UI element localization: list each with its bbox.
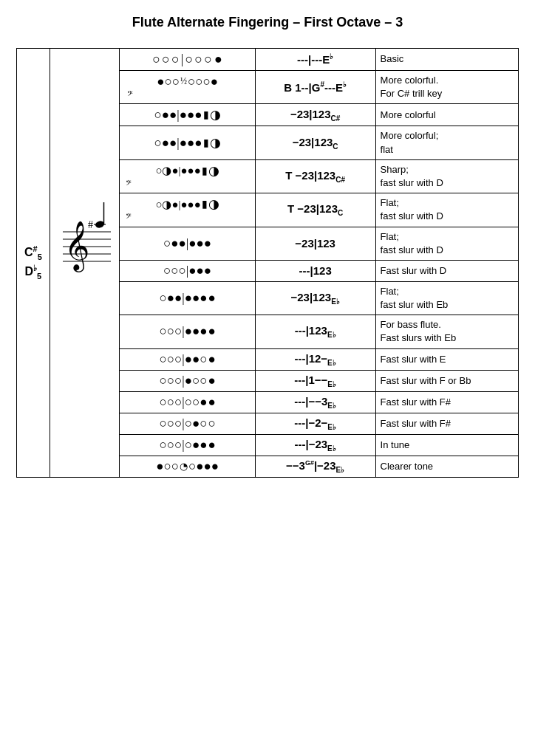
description-cell: Fast slur with F or Bb <box>375 370 518 391</box>
notation-cell: −23|123 <box>255 227 375 260</box>
fingering-cell: ○◑●|●●●▮◑ 𝄢 <box>120 193 255 227</box>
fingering-cell: ●○○½○○○● 𝄢 <box>120 71 255 104</box>
table-row: C#5 D♭5 𝄞 <box>17 49 519 71</box>
fingering-cell: ●○○◔○●●● <box>120 456 255 477</box>
page-title: Flute Alternate Fingering – First Octave… <box>132 15 403 30</box>
notation-cell: ---|12−E♭ <box>255 348 375 370</box>
description-cell: Flat;fast slur with D <box>375 227 518 260</box>
description-cell: Basic <box>375 49 518 71</box>
description-cell: Clearer tone <box>375 456 518 477</box>
description-cell: More colorful.For C# trill key <box>375 71 518 104</box>
notation-cell: ---|123E♭ <box>255 315 375 348</box>
notation-cell: B 1--|G#---E♭ <box>255 71 375 104</box>
fingering-cell: ○○○|●○○● <box>120 370 255 391</box>
fingering-cell: ○○○|●●○● <box>120 348 255 370</box>
notation-cell: ---|1−−E♭ <box>255 370 375 391</box>
fingering-cell: ○●●|●●●▮◑ <box>120 104 255 126</box>
staff-cell: 𝄞 # <box>50 49 120 478</box>
fingering-cell: ○◑●|●●●▮◑ 𝄢 <box>120 159 255 193</box>
notation-cell: T −23|123C# <box>255 159 375 193</box>
notation-cell: ---|−23E♭ <box>255 434 375 456</box>
description-cell: Fast slur with F# <box>375 413 518 434</box>
notation-cell: −23|123C# <box>255 104 375 126</box>
fingering-cell: ○○○|○●○○ <box>120 413 255 434</box>
notation-cell: ---|123 <box>255 260 375 281</box>
description-cell: Sharp;fast slur with D <box>375 159 518 193</box>
fingering-cell: ○●●|●●● <box>120 227 255 260</box>
svg-text:#: # <box>88 219 93 230</box>
notation-cell: −23|123E♭ <box>255 281 375 315</box>
description-cell: Fast slur with D <box>375 260 518 281</box>
description-cell: Fast slur with F# <box>375 391 518 413</box>
description-cell: Flat;fast slur with D <box>375 193 518 227</box>
fingering-cell: ○○○|●●● <box>120 260 255 281</box>
fingering-cell: ○○○|○●●● <box>120 434 255 456</box>
description-cell: More colorful <box>375 104 518 126</box>
fingering-cell: ○●●|●●●● <box>120 281 255 315</box>
fingering-cell: ○●●|●●●▮◑ <box>120 126 255 159</box>
notation-cell: ---|−−3E♭ <box>255 391 375 413</box>
fingering-cell: ○○○|●●●● <box>120 315 255 348</box>
description-cell: Flat;fast slur with Eb <box>375 281 518 315</box>
description-cell: More colorful;flat <box>375 126 518 159</box>
svg-text:𝄞: 𝄞 <box>64 221 89 272</box>
description-cell: Fast slur with E <box>375 348 518 370</box>
fingering-cell: ○○○|○○○● <box>120 49 255 71</box>
notation-cell: ---|---E♭ <box>255 49 375 71</box>
notation-cell: T −23|123C <box>255 193 375 227</box>
fingering-table: C#5 D♭5 𝄞 <box>16 48 519 478</box>
notation-cell: ---|−2−E♭ <box>255 413 375 434</box>
notation-cell: −23|123C <box>255 126 375 159</box>
note-name-cell: C#5 D♭5 <box>17 49 50 478</box>
description-cell: For bass flute.Fast slurs with Eb <box>375 315 518 348</box>
description-cell: In tune <box>375 434 518 456</box>
fingering-cell: ○○○|○○●● <box>120 391 255 413</box>
notation-cell: −−3G#|−23E♭ <box>255 456 375 477</box>
